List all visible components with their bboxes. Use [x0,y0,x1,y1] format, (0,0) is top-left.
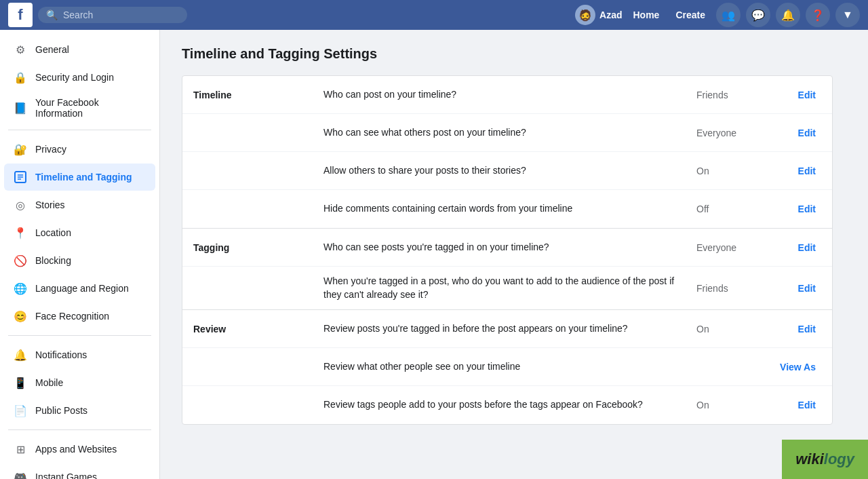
table-row: Tagging Who can see posts you're tagged … [182,229,832,267]
sidebar-item-label: Instant Games [35,472,97,479]
edit-button[interactable]: Edit [772,166,827,176]
sidebar-item-label: Stories [35,199,65,210]
sidebar-item-label: Privacy [35,144,66,155]
sidebar-item-facebook-info[interactable]: 📘 Your Facebook Information [4,92,155,124]
gear-icon: ⚙ [12,41,28,58]
setting-value: Friends [691,90,772,100]
privacy-icon: 🔐 [12,141,28,157]
games-icon: 🎮 [12,469,28,479]
section-header-review: Review [182,310,318,345]
section-header-spacer [182,386,318,410]
sidebar-item-instant-games[interactable]: 🎮 Instant Games [4,463,155,479]
notifications-icon[interactable]: 🔔 [776,3,800,27]
sidebar-item-timeline-tagging[interactable]: Timeline and Tagging [4,164,155,191]
table-row: Review Review posts you're tagged in bef… [182,310,832,348]
more-options-icon[interactable]: ▼ [835,3,860,27]
facebook-info-icon: 📘 [12,100,28,116]
edit-button[interactable]: Edit [772,283,827,294]
view-as-button[interactable]: View As [772,362,827,372]
setting-value: Everyone [691,242,772,253]
setting-question: When you're tagged in a post, who do you… [323,275,691,301]
setting-value: Off [691,204,772,214]
search-icon: 🔍 [46,9,58,20]
edit-button[interactable]: Edit [772,128,827,138]
messenger-icon[interactable]: 💬 [746,3,770,27]
sidebar-item-blocking[interactable]: 🚫 Blocking [4,247,155,274]
row-content: Review what other people see on your tim… [318,352,832,382]
sidebar-item-label: Apps and Websites [35,444,117,455]
row-content: Who can see what others post on your tim… [318,118,832,148]
user-name: Azad [599,9,622,20]
sidebar-item-label: Public Posts [35,405,87,416]
sidebar-item-label: Notifications [35,349,87,360]
sidebar-item-mobile[interactable]: 📱 Mobile [4,369,155,396]
setting-question: Hide comments containing certain words f… [323,202,691,216]
public-posts-icon: 📄 [12,402,28,419]
friends-icon[interactable]: 👥 [716,3,741,27]
sidebar: ⚙ General 🔒 Security and Login 📘 Your Fa… [0,30,160,479]
search-input[interactable] [63,9,172,20]
sidebar-item-public-posts[interactable]: 📄 Public Posts [4,397,155,424]
create-button[interactable]: Create [670,7,711,23]
language-icon: 🌐 [12,280,28,296]
row-content: Review posts you're tagged in before the… [318,314,832,344]
sidebar-item-general[interactable]: ⚙ General [4,36,155,63]
avatar: 🧔 [575,5,595,25]
row-content: Who can see posts you're tagged in on yo… [318,233,832,263]
sidebar-item-notifications[interactable]: 🔔 Notifications [4,341,155,368]
tagging-section: Tagging Who can see posts you're tagged … [182,229,832,310]
section-header-spacer [182,114,318,138]
sidebar-item-privacy[interactable]: 🔐 Privacy [4,136,155,163]
sidebar-item-stories[interactable]: ◎ Stories [4,191,155,218]
sidebar-item-label: Mobile [35,377,63,388]
row-content: Allow others to share your posts to thei… [318,156,832,186]
table-row: Who can see what others post on your tim… [182,114,832,152]
edit-button[interactable]: Edit [772,400,827,410]
sidebar-item-apps-websites[interactable]: ⊞ Apps and Websites [4,436,155,463]
setting-value: On [691,324,772,334]
sidebar-item-label: General [35,44,69,55]
table-row: Review what other people see on your tim… [182,348,832,386]
sidebar-item-security[interactable]: 🔒 Security and Login [4,64,155,91]
location-icon: 📍 [12,225,28,241]
sidebar-divider-2 [8,335,151,336]
row-content: Hide comments containing certain words f… [318,194,832,224]
sidebar-item-label: Timeline and Tagging [35,172,132,183]
edit-button[interactable]: Edit [772,204,827,214]
setting-value: On [691,400,772,410]
sidebar-item-language[interactable]: 🌐 Language and Region [4,275,155,302]
page-layout: ⚙ General 🔒 Security and Login 📘 Your Fa… [0,30,868,479]
home-button[interactable]: Home [628,7,665,23]
setting-question: Review tags people add to your posts bef… [323,398,691,412]
row-content: Who can post on your timeline? Friends E… [318,80,832,110]
notifications-sidebar-icon: 🔔 [12,347,28,363]
setting-question: Who can see what others post on your tim… [323,126,691,140]
stories-icon: ◎ [12,197,28,213]
apps-icon: ⊞ [12,441,28,457]
setting-question: Review posts you're tagged in before the… [323,322,691,336]
sidebar-item-location[interactable]: 📍 Location [4,219,155,246]
watermark: wikilogy [782,440,868,479]
top-navigation: f 🔍 🧔 Azad Home Create 👥 💬 🔔 ❓ ▼ [0,0,868,30]
setting-question: Allow others to share your posts to thei… [323,164,691,178]
table-row: Allow others to share your posts to thei… [182,152,832,190]
review-section: Review Review posts you're tagged in bef… [182,310,832,424]
row-content: When you're tagged in a post, who do you… [318,267,832,309]
edit-button[interactable]: Edit [772,324,827,334]
sidebar-item-label: Blocking [35,255,71,266]
blocking-icon: 🚫 [12,252,28,269]
search-bar[interactable]: 🔍 [38,7,187,23]
edit-button[interactable]: Edit [772,90,827,100]
section-header-spacer [182,190,318,214]
main-content: Timeline and Tagging Settings Timeline W… [160,30,868,479]
sidebar-item-face-recognition[interactable]: 😊 Face Recognition [4,303,155,330]
user-profile[interactable]: 🧔 Azad [575,5,622,25]
sidebar-item-label: Face Recognition [35,311,109,322]
facebook-logo[interactable]: f [8,3,33,27]
table-row: Hide comments containing certain words f… [182,190,832,228]
sidebar-item-label: Location [35,227,71,238]
sidebar-item-label: Your Facebook Information [35,97,147,119]
sidebar-divider-3 [8,429,151,430]
edit-button[interactable]: Edit [772,242,827,253]
help-icon[interactable]: ❓ [806,3,830,27]
